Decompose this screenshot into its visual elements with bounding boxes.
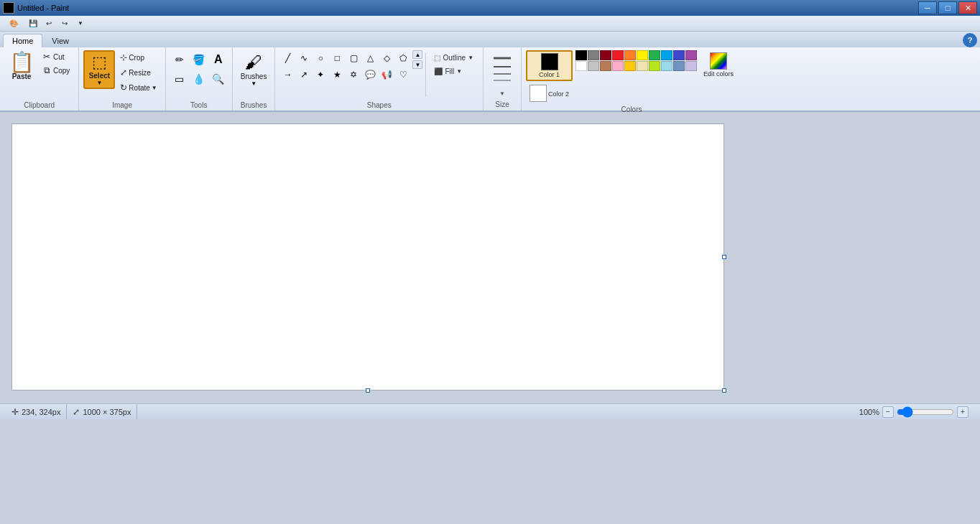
palette-color-9[interactable] [673,50,685,60]
rotate-dropdown[interactable]: ▼ [152,85,157,91]
brushes-dropdown[interactable]: ▼ [251,80,256,87]
clipboard-group: 📋 Paste ✂ Cut ⧉ Copy Clipboard [0,47,79,111]
zoom-out-button[interactable]: − [882,406,894,418]
callout-shape[interactable]: 📢 [379,67,394,83]
canvas[interactable] [11,123,724,390]
edit-colors-button[interactable]: Edit colors [700,50,737,80]
resize-handle-br[interactable] [722,388,726,393]
palette-color-17[interactable] [649,61,660,71]
color2-button[interactable]: Color 2 [526,83,573,104]
close-button[interactable]: ✕ [958,1,977,14]
palette-color-19[interactable] [673,61,685,71]
star6-shape[interactable]: ✡ [346,67,361,83]
fill-tool[interactable]: 🪣 [190,50,208,69]
pentagon-shape[interactable]: ⬠ [395,50,411,66]
arrow2-shape[interactable]: ↗ [296,67,312,83]
size-button[interactable]: ▼ [489,50,515,99]
palette-color-10[interactable] [685,50,697,60]
palette-color-2[interactable] [588,50,599,60]
picker-tool[interactable]: 💧 [190,70,208,88]
palette-color-3[interactable] [600,50,611,60]
canvas-padding [0,112,980,403]
rect-shape[interactable]: □ [329,50,345,66]
line-shape[interactable]: ╱ [279,50,295,66]
palette-color-1[interactable] [575,50,587,60]
redo-button[interactable]: ↪ [57,17,72,30]
eraser-tool[interactable]: ▭ [170,70,189,88]
shapes-scroll-up[interactable]: ▲ [412,50,422,59]
titlebar-left: Untitled - Paint [3,2,69,14]
minimize-button[interactable]: ─ [918,1,937,14]
cursor-position: 234, 324px [22,408,60,416]
speech-shape[interactable]: 💬 [362,67,378,83]
palette-color-20[interactable] [685,61,697,71]
rotate-icon: ↻ [120,83,127,93]
tab-view[interactable]: View [42,34,78,47]
select-button[interactable]: ⬚ Select ▼ [83,50,115,89]
canvas-wrapper [11,123,724,390]
fill-icon: ⬛ [434,67,443,75]
shapes-scroll-down[interactable]: ▼ [412,60,422,69]
canvas-scroll-area[interactable] [0,112,980,403]
oval-shape[interactable]: ○ [313,50,328,66]
brushes-button[interactable]: 🖌 Brushes ▼ [237,50,271,89]
palette-color-8[interactable] [661,50,672,60]
rotate-label: Rotate [129,84,149,92]
palette-color-5[interactable] [624,50,636,60]
palette-color-15[interactable] [624,61,636,71]
star5-shape[interactable]: ★ [329,67,345,83]
zoom-in-button[interactable]: + [957,406,969,418]
outline-button[interactable]: ⬚ Outline ▼ [430,52,477,64]
paint-menu-button[interactable]: 🎨 [3,17,24,30]
palette-color-18[interactable] [661,61,672,71]
palette-color-7[interactable] [649,50,660,60]
cut-button[interactable]: ✂ Cut [39,50,73,63]
rotate-button[interactable]: ↻ Rotate ▼ [116,80,160,95]
resize-button[interactable]: ⤢ Resize [116,65,160,80]
resize-handle-bm[interactable] [366,388,370,393]
pencil-tool[interactable]: ✏ [170,50,189,69]
color2-label: Color 2 [548,90,569,98]
palette-color-12[interactable] [588,61,599,71]
help-button[interactable]: ? [963,33,977,47]
text-tool[interactable]: A [209,50,228,69]
magnify-tool[interactable]: 🔍 [209,70,228,88]
shapes-label: Shapes [367,101,392,109]
cut-label: Cut [53,53,65,61]
star4-shape[interactable]: ✦ [313,67,328,83]
palette-color-6[interactable] [637,50,648,60]
undo-button[interactable]: ↩ [42,17,56,30]
heart-shape[interactable]: ♡ [395,67,411,83]
size-dropdown[interactable]: ▼ [499,90,505,97]
select-icon: ⬚ [92,53,107,72]
titlebar-controls[interactable]: ─ □ ✕ [918,1,977,14]
palette-color-16[interactable] [637,61,648,71]
arrow-shape[interactable]: → [279,67,295,83]
zoom-slider[interactable] [897,408,954,416]
crop-button[interactable]: ⊹ Crop [116,50,160,65]
triangle-shape[interactable]: △ [362,50,378,66]
palette-color-13[interactable] [600,61,611,71]
copy-button[interactable]: ⧉ Copy [39,64,73,77]
colors-group: Color 1 Color 2 Edit colors Colors [522,47,741,111]
qa-dropdown[interactable]: ▼ [73,17,88,30]
resize-handle-mr[interactable] [722,255,726,259]
fill-button[interactable]: ⬛ Fill ▼ [430,65,477,78]
paste-button[interactable]: 📋 Paste [6,50,37,83]
palette-color-4[interactable] [612,50,624,60]
curve-shape[interactable]: ∿ [296,50,312,66]
fill-dropdown[interactable]: ▼ [456,68,462,75]
diamond-shape[interactable]: ◇ [379,50,394,66]
save-button[interactable]: 💾 [26,17,40,30]
maximize-button[interactable]: □ [938,1,957,14]
tab-home[interactable]: Home [3,34,42,47]
outline-dropdown[interactable]: ▼ [468,55,473,61]
select-dropdown-icon[interactable]: ▼ [96,80,102,86]
palette-color-14[interactable] [612,61,624,71]
crop-label: Crop [129,54,144,62]
color-palette [575,50,697,71]
color2-swatch [530,85,547,102]
rounded-rect-shape[interactable]: ▢ [346,50,361,66]
palette-color-11[interactable] [575,61,587,71]
color1-button[interactable]: Color 1 [526,50,573,81]
